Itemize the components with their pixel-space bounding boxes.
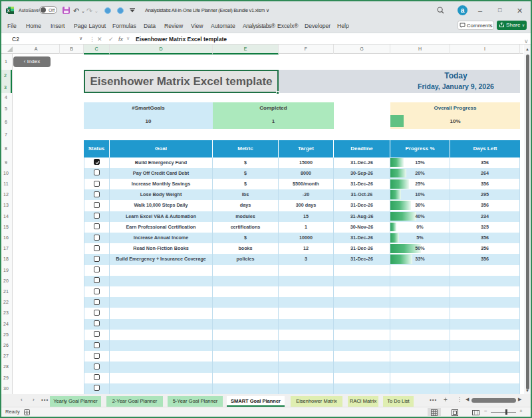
svg-text:X: X xyxy=(7,9,10,13)
